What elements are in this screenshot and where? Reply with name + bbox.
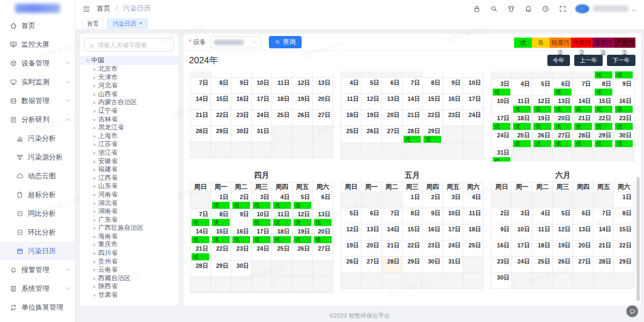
tree-node-陕西省[interactable]: ▸陕西省 <box>80 282 178 291</box>
day-cell-四月-21[interactable]: 21日优 <box>191 244 211 261</box>
sidebar-item-污染分析[interactable]: 污染分析 <box>0 129 75 148</box>
day-cell-六月-13[interactable]: 13日 <box>573 224 594 240</box>
day-cell-五月-16[interactable]: 16日 <box>422 224 443 240</box>
day-cell-二月-3[interactable]: 3日 <box>463 71 484 78</box>
sidebar-item-环比分析[interactable]: 环比分析 <box>0 223 75 241</box>
day-cell-二月-27[interactable]: 27日 <box>382 126 402 143</box>
sidebar-item-污染源分析[interactable]: 污染源分析 <box>0 148 75 166</box>
day-cell-四月-6[interactable]: 6日 <box>312 192 333 209</box>
day-cell-一月-6[interactable]: 6日 <box>312 71 333 78</box>
caret-right-icon[interactable]: ▸ <box>93 225 96 231</box>
day-cell-二月-19[interactable]: 19日 <box>361 110 382 126</box>
caret-right-icon[interactable]: ▸ <box>93 83 96 89</box>
tree-node-辽宁省[interactable]: ▸辽宁省 <box>80 107 178 115</box>
device-select[interactable] <box>210 36 261 48</box>
tab-首页[interactable]: 首页 <box>82 19 104 28</box>
tree-node-西藏自治区[interactable]: ▸西藏自治区 <box>80 274 178 283</box>
day-cell-一月-1[interactable]: 1日 <box>210 71 231 78</box>
tree-node-北京市[interactable]: ▸北京市 <box>80 65 178 74</box>
day-cell-五月-17[interactable]: 17日 <box>443 224 463 240</box>
caret-right-icon[interactable]: ▸ <box>93 91 96 97</box>
close-icon[interactable]: × <box>139 20 142 26</box>
chevron-down-icon[interactable] <box>631 6 636 11</box>
day-cell-四月-30[interactable]: 30日 <box>231 261 251 277</box>
day-cell-一月-14[interactable]: 14日 <box>191 94 211 110</box>
day-cell-三月-11[interactable]: 11日优 <box>512 96 532 113</box>
tree-node-福建省[interactable]: ▸福建省 <box>80 165 178 174</box>
caret-right-icon[interactable]: ▸ <box>93 283 96 289</box>
day-cell-一月-15[interactable]: 15日 <box>210 94 231 110</box>
day-cell-六月-18[interactable]: 18日 <box>532 240 553 257</box>
day-cell-四月-9[interactable]: 9日 <box>231 209 251 226</box>
day-cell-六月-23[interactable]: 23日 <box>492 257 512 273</box>
tab-污染日历[interactable]: 污染日历× <box>107 19 148 28</box>
day-cell-三月-24[interactable]: 24日 <box>492 130 512 148</box>
day-cell-一月-12[interactable]: 12日 <box>292 78 312 94</box>
day-cell-一月-25[interactable]: 25日 <box>272 110 292 126</box>
tree-node-吉林省[interactable]: ▸吉林省 <box>80 115 178 124</box>
tree-node-天津市[interactable]: ▸天津市 <box>80 74 178 82</box>
day-cell-二月-6[interactable]: 6日 <box>382 78 402 94</box>
day-cell-五月-5[interactable]: 5日 <box>341 208 361 224</box>
day-cell-六月-11[interactable]: 11日 <box>532 224 553 240</box>
day-cell-六月-6[interactable]: 6日 <box>573 208 594 224</box>
day-cell-一月-18[interactable]: 18日 <box>272 94 292 110</box>
day-cell-一月-11[interactable]: 11日 <box>272 78 292 94</box>
day-cell-六月-3[interactable]: 3日 <box>512 208 532 224</box>
year-button-下一年[interactable]: 下一年 <box>607 55 635 66</box>
day-cell-二月-26[interactable]: 26日 <box>361 126 382 143</box>
tree-node-江苏省[interactable]: ▸江苏省 <box>80 140 178 149</box>
year-button-上一年[interactable]: 上一年 <box>574 55 603 66</box>
day-cell-三月-1[interactable]: 1日优 <box>594 71 614 79</box>
day-cell-二月-23[interactable]: 23日 <box>443 110 463 126</box>
day-cell-一月-13[interactable]: 13日 <box>312 78 333 94</box>
day-cell-二月-2[interactable]: 2日 <box>443 71 463 78</box>
caret-right-icon[interactable]: ▸ <box>93 200 96 206</box>
day-cell-四月-25[interactable]: 25日 <box>272 244 292 261</box>
day-cell-四月-1[interactable]: 1日优 <box>210 192 231 209</box>
day-cell-三月-19[interactable]: 19日优 <box>532 113 553 130</box>
tree-search-input[interactable] <box>98 42 170 48</box>
day-cell-四月-5[interactable]: 5日优 <box>292 192 312 209</box>
day-cell-四月-22[interactable]: 22日 <box>210 244 231 261</box>
caret-right-icon[interactable]: ▸ <box>93 217 96 223</box>
day-cell-六月-5[interactable]: 5日 <box>553 208 573 224</box>
chat-button[interactable] <box>626 305 638 317</box>
tree-node-山东省[interactable]: ▸山东省 <box>80 182 178 191</box>
day-cell-三月-14[interactable]: 14日优 <box>573 96 594 113</box>
day-cell-五月-10[interactable]: 10日 <box>443 208 463 224</box>
day-cell-三月-27[interactable]: 27日优 <box>553 130 573 148</box>
day-cell-一月-17[interactable]: 17日 <box>251 94 272 110</box>
day-cell-六月-20[interactable]: 20日 <box>573 240 594 257</box>
day-cell-五月-18[interactable]: 18日 <box>463 224 484 240</box>
query-button[interactable]: 查询 <box>269 36 302 48</box>
day-cell-二月-4[interactable]: 4日 <box>341 78 361 94</box>
day-cell-六月-16[interactable]: 16日 <box>492 240 512 257</box>
day-cell-六月-28[interactable]: 28日 <box>594 257 614 273</box>
day-cell-五月-28[interactable]: 28日 <box>382 257 402 273</box>
caret-right-icon[interactable]: ▸ <box>93 208 96 214</box>
day-cell-五月-24[interactable]: 24日 <box>443 240 463 257</box>
day-cell-四月-3[interactable]: 3日优 <box>251 192 272 209</box>
day-cell-四月-8[interactable]: 8日优 <box>210 209 231 226</box>
tree-node-河北省[interactable]: ▸河北省 <box>80 82 178 90</box>
day-cell-五月-23[interactable]: 23日 <box>422 240 443 257</box>
day-cell-六月-12[interactable]: 12日 <box>553 224 573 240</box>
day-cell-一月-28[interactable]: 28日 <box>191 126 211 142</box>
lock-icon[interactable] <box>473 5 481 13</box>
day-cell-三月-2[interactable]: 2日优 <box>613 71 634 79</box>
day-cell-二月-24[interactable]: 24日 <box>463 110 484 126</box>
sidebar-item-监控大屏[interactable]: 监控大屏 <box>0 35 75 54</box>
day-cell-一月-31[interactable]: 31日 <box>251 126 272 142</box>
sidebar-item-分析研判[interactable]: 分析研判 <box>0 110 75 129</box>
day-cell-六月-10[interactable]: 10日 <box>512 224 532 240</box>
day-cell-二月-18[interactable]: 18日 <box>341 110 361 126</box>
day-cell-二月-22[interactable]: 22日 <box>422 110 443 126</box>
caret-right-icon[interactable]: ▸ <box>93 267 96 273</box>
day-cell-二月-8[interactable]: 8日 <box>422 78 443 94</box>
day-cell-六月-8[interactable]: 8日 <box>613 208 634 224</box>
day-cell-三月-23[interactable]: 23日优 <box>613 113 634 130</box>
day-cell-五月-29[interactable]: 29日 <box>402 257 422 273</box>
tree-node-重庆市[interactable]: ▸重庆市 <box>80 240 178 249</box>
sidebar-item-动态云图[interactable]: 动态云图 <box>0 166 75 185</box>
